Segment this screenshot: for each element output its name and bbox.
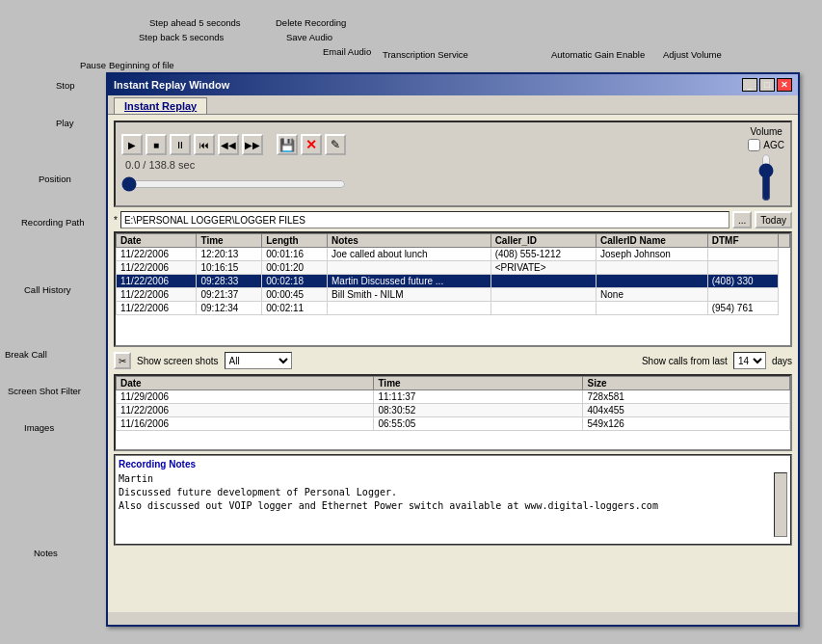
close-button[interactable]: ✕ bbox=[777, 78, 792, 92]
show-screenshots-select[interactable]: AllTodayThis Week bbox=[225, 352, 292, 369]
beginning-button[interactable]: ⏮ bbox=[194, 134, 215, 155]
table-row[interactable]: 11/22/200609:28:3300:02:18Martin Discuss… bbox=[117, 275, 790, 288]
minimize-button[interactable]: _ bbox=[742, 78, 757, 92]
ann-step-ahead: Step ahead 5 seconds bbox=[149, 17, 241, 29]
col-ss-time: Time bbox=[374, 377, 583, 390]
table-row[interactable]: 11/22/200610:16:1500:01:20<PRIVATE> bbox=[117, 261, 790, 275]
instant-replay-window: Instant Replay Window _ □ ✕ Instant Repl… bbox=[106, 72, 800, 627]
volume-slider[interactable] bbox=[759, 153, 773, 201]
ann-transcription: Transcription Service bbox=[383, 49, 468, 61]
screenshots-table-section[interactable]: Date Time Size 11/29/200611:11:37728x581… bbox=[114, 374, 792, 451]
table-row[interactable]: 11/22/200609:21:3700:00:45Bill Smith - N… bbox=[117, 288, 790, 302]
stop-button[interactable]: ■ bbox=[146, 134, 167, 155]
ann-recording-path: Recording Path bbox=[21, 217, 84, 228]
ann-adjust-volume: Adjust Volume bbox=[663, 49, 722, 61]
screenshots-table: Date Time Size 11/29/200611:11:37728x581… bbox=[116, 376, 790, 431]
col-notes: Notes bbox=[328, 234, 491, 248]
call-history-header: Date Time Length Notes Caller_ID CallerI… bbox=[117, 234, 790, 248]
volume-section: Volume AGC bbox=[748, 126, 784, 201]
call-history-body: 11/22/200612:20:1300:01:16Joe called abo… bbox=[117, 248, 790, 315]
ann-email-audio: Email Audio bbox=[323, 46, 371, 58]
notes-content bbox=[119, 472, 787, 537]
table-row[interactable]: 11/22/200612:20:1300:01:16Joe called abo… bbox=[117, 248, 790, 261]
today-button[interactable]: Today bbox=[755, 211, 792, 228]
col-date: Date bbox=[117, 234, 197, 248]
recording-notes-section: Recording Notes bbox=[114, 454, 792, 546]
save-audio-button[interactable]: 💾 bbox=[277, 134, 298, 155]
table-row[interactable]: 11/22/200609:12:3400:02:11(954) 761 bbox=[117, 302, 790, 315]
path-input[interactable] bbox=[120, 211, 729, 228]
ann-step-back: Step back 5 seconds bbox=[139, 32, 224, 43]
filter-row: ✂ Show screen shots AllTodayThis Week Sh… bbox=[114, 350, 792, 371]
ann-beginning: Beginning of file bbox=[109, 60, 174, 71]
playback-section: ▶ ■ ⏸ ⏮ ◀◀ ▶▶ 💾 ✕ ✎ 0.0 / 138.8 sec bbox=[114, 121, 792, 207]
position-slider[interactable] bbox=[121, 177, 346, 191]
content-area: ▶ ■ ⏸ ⏮ ◀◀ ▶▶ 💾 ✕ ✎ 0.0 / 138.8 sec bbox=[108, 115, 798, 612]
path-asterisk: * bbox=[114, 215, 118, 226]
screenshots-body: 11/29/200611:11:37728x58111/22/200608:30… bbox=[117, 390, 790, 431]
agc-row: AGC bbox=[748, 139, 784, 151]
notes-scrollbar[interactable] bbox=[774, 472, 787, 537]
table-row[interactable]: 11/22/200608:30:52404x455 bbox=[117, 404, 790, 417]
ann-stop: Stop bbox=[56, 80, 75, 92]
title-bar-controls: _ □ ✕ bbox=[742, 78, 792, 92]
col-ss-size: Size bbox=[583, 377, 790, 390]
col-time: Time bbox=[197, 234, 262, 248]
step-ahead-button[interactable]: ▶▶ bbox=[242, 134, 263, 155]
transcription-button[interactable]: ✎ bbox=[325, 134, 346, 155]
table-row[interactable]: 11/29/200611:11:37728x581 bbox=[117, 390, 790, 404]
time-display: 0.0 / 138.8 sec bbox=[121, 157, 346, 173]
show-calls-label: Show calls from last bbox=[642, 356, 728, 366]
break-call-button[interactable]: ✂ bbox=[114, 352, 131, 369]
tab-instant-replay[interactable]: Instant Replay bbox=[114, 97, 207, 114]
ann-play: Play bbox=[56, 118, 73, 129]
show-screenshots-label: Show screen shots bbox=[137, 356, 219, 366]
ann-break-call: Break Call bbox=[5, 349, 47, 361]
notes-title: Recording Notes bbox=[119, 459, 787, 470]
ann-images: Images bbox=[24, 422, 54, 434]
delete-recording-button[interactable]: ✕ bbox=[301, 134, 322, 155]
col-scroll bbox=[779, 234, 790, 248]
ann-save-audio: Save Audio bbox=[286, 32, 332, 43]
col-length: Length bbox=[262, 234, 328, 248]
col-caller-id: Caller_ID bbox=[491, 234, 596, 248]
call-history-table-section[interactable]: Date Time Length Notes Caller_ID CallerI… bbox=[114, 231, 792, 347]
call-history-table: Date Time Length Notes Caller_ID CallerI… bbox=[116, 233, 790, 315]
pause-button[interactable]: ⏸ bbox=[170, 134, 191, 155]
browse-button[interactable]: ... bbox=[732, 211, 752, 228]
window-title: Instant Replay Window bbox=[114, 79, 229, 91]
agc-checkbox[interactable] bbox=[748, 139, 760, 151]
ann-screenshot-filter: Screen Shot Filter bbox=[8, 386, 81, 397]
show-calls-select[interactable]: 7143060 bbox=[733, 352, 766, 369]
col-caller-name: CallerID Name bbox=[597, 234, 708, 248]
col-ss-date: Date bbox=[117, 377, 374, 390]
title-bar: Instant Replay Window _ □ ✕ bbox=[108, 74, 798, 95]
ann-delete-recording: Delete Recording bbox=[276, 17, 346, 29]
days-label: days bbox=[772, 356, 792, 366]
step-back-button[interactable]: ◀◀ bbox=[218, 134, 239, 155]
col-dtmf: DTMF bbox=[707, 234, 778, 248]
ann-pause: Pause bbox=[80, 60, 106, 71]
ann-position: Position bbox=[39, 174, 71, 185]
ann-call-history: Call History bbox=[24, 284, 71, 296]
screenshots-header: Date Time Size bbox=[117, 377, 790, 390]
notes-textarea[interactable] bbox=[119, 472, 771, 537]
position-row bbox=[121, 177, 346, 191]
volume-label: Volume bbox=[750, 126, 782, 137]
maximize-button[interactable]: □ bbox=[759, 78, 775, 92]
ann-agc: Automatic Gain Enable bbox=[551, 49, 645, 61]
recording-path-row: * ... Today bbox=[114, 211, 792, 228]
ann-notes: Notes bbox=[34, 548, 58, 559]
tab-area: Instant Replay bbox=[108, 95, 798, 115]
agc-label: AGC bbox=[763, 140, 784, 150]
table-row[interactable]: 11/16/200606:55:05549x126 bbox=[117, 417, 790, 431]
play-button[interactable]: ▶ bbox=[121, 134, 143, 155]
